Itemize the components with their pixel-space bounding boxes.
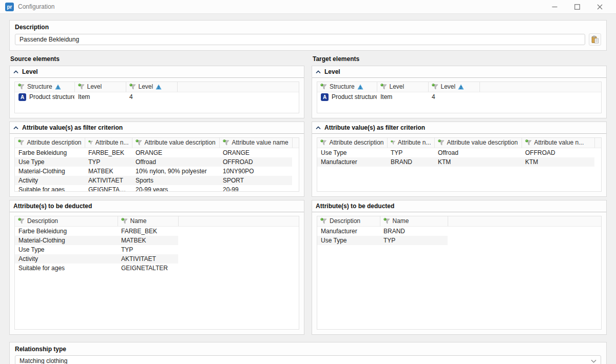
target-level-table: Structure 1 Level Level (317, 82, 601, 102)
filter-icon (380, 84, 387, 90)
svg-text:1: 1 (57, 86, 59, 89)
collapse-chevron-icon (13, 70, 18, 74)
target-elements-title: Target elements (313, 55, 607, 63)
table-row[interactable]: Suitable for agesGEIGNETALTER (15, 264, 299, 273)
relationship-type-label: Relationship type (15, 346, 601, 353)
table-row[interactable]: ManufacturerBRAND (317, 226, 601, 236)
target-deducted-header: Attribute(s) to be deducted (312, 200, 606, 212)
titlebar: pr Configuration (0, 0, 616, 14)
section-title: Attribute(s) to be deducted (316, 203, 394, 210)
sort-ascending-icon: 2 (156, 84, 162, 90)
column-header-structure[interactable]: Structure 1 (317, 82, 377, 92)
relationship-type-select[interactable]: Matching clothing (15, 355, 601, 364)
column-header-level[interactable]: Level (377, 82, 428, 92)
column-header-filler (178, 216, 299, 226)
filter-icon (320, 84, 327, 90)
maximize-button[interactable] (566, 0, 588, 14)
column-header-attribute-value-name[interactable]: Attribute value n... (522, 138, 594, 148)
table-row[interactable]: Farbe BekleidungFARBE_BEK (15, 226, 299, 236)
column-header-attribute-description[interactable]: Attribute description (15, 138, 85, 148)
app-icon: pr (5, 3, 14, 11)
filter-icon (136, 139, 142, 146)
filter-icon (320, 139, 326, 146)
content-area: Description Source elements (0, 14, 616, 364)
target-deducted-table: Description Name ManufacturerB (317, 216, 601, 245)
table-row[interactable]: Use TypeTYP (317, 236, 601, 245)
table-row[interactable]: Use TypeTYP (15, 245, 299, 254)
source-level-section: Level Structure 1 (9, 66, 304, 118)
target-filter-header[interactable]: Attribute value(s) as filter criterion (312, 122, 606, 134)
column-header-description[interactable]: Description (15, 216, 118, 226)
collapse-chevron-icon (316, 70, 321, 74)
column-header-structure[interactable]: Structure 1 (15, 82, 74, 92)
column-header-filler (594, 138, 601, 148)
paste-button[interactable] (589, 33, 601, 46)
window-title: Configuration (18, 3, 54, 10)
target-level-header[interactable]: Level (312, 66, 606, 78)
collapse-chevron-icon (13, 126, 18, 130)
minimize-button[interactable] (543, 0, 566, 14)
table-row[interactable]: Suitable for agesGEIGNETALTER 20-99 year… (15, 185, 299, 192)
filter-icon (223, 139, 229, 146)
table-row[interactable]: ActivityAKTIVITAET SportsSPORT (15, 176, 299, 185)
section-title: Attribute value(s) as filter criterion (22, 124, 123, 131)
table-row[interactable]: ManufacturerBRAND KTMKTM (317, 157, 601, 167)
close-button[interactable] (588, 0, 611, 14)
svg-text:2: 2 (460, 86, 462, 89)
sort-ascending-icon: 1 (357, 84, 363, 90)
target-filter-section: Attribute value(s) as filter criterion A… (312, 122, 607, 197)
table-row[interactable]: Use TypeTYP OffroadOFFROAD (317, 148, 601, 157)
source-deducted-section: Attribute(s) to be deducted Description (9, 200, 304, 335)
filter-icon (320, 218, 327, 224)
column-header-level-number[interactable]: Level 2 (126, 82, 177, 92)
relationship-type-group: Relationship type Matching clothing (9, 342, 607, 364)
column-header-attribute-name[interactable]: Attribute n... (387, 138, 434, 148)
section-title: Attribute value(s) as filter criterion (324, 124, 425, 131)
column-header-name[interactable]: Name (380, 216, 448, 226)
clipboard-icon (591, 35, 599, 44)
column-header-attribute-value-name[interactable]: Attribute value name (219, 138, 292, 148)
svg-text:2: 2 (158, 86, 160, 89)
source-filter-header[interactable]: Attribute value(s) as filter criterion (10, 122, 304, 134)
filter-icon (525, 139, 532, 146)
column-header-level-number[interactable]: Level 2 (428, 82, 479, 92)
table-row[interactable]: Farbe BekleidungFARBE_BEK ORANGEORANGE (15, 148, 299, 157)
filter-icon (18, 139, 24, 146)
filter-icon (438, 139, 445, 146)
table-row[interactable]: A Product structure Item 4 (15, 92, 299, 102)
filter-icon (129, 84, 136, 90)
column-header-description[interactable]: Description (317, 216, 380, 226)
source-deducted-header: Attribute(s) to be deducted (10, 200, 304, 212)
filter-icon (18, 84, 25, 90)
structure-type-icon: A (18, 93, 26, 101)
filter-icon (432, 84, 438, 90)
column-header-attribute-description[interactable]: Attribute description (317, 138, 387, 148)
description-input[interactable] (15, 34, 585, 45)
table-row[interactable]: Use TypeTYP OffroadOFFROAD (15, 157, 299, 167)
filter-icon (391, 139, 395, 146)
table-row[interactable]: Material-ClothingMATBEK (15, 236, 299, 245)
description-group: Description (9, 20, 607, 51)
source-filter-section: Attribute value(s) as filter criterion A… (9, 122, 304, 197)
filter-icon (121, 218, 128, 224)
sort-ascending-icon: 1 (55, 84, 61, 90)
close-icon (597, 4, 603, 10)
target-filter-table: Attribute description Attribute n... Att… (317, 138, 601, 167)
column-header-filler (448, 216, 601, 226)
table-row[interactable]: A Product structure Item 4 (317, 92, 601, 102)
filter-icon (383, 218, 390, 224)
column-header-name[interactable]: Name (118, 216, 178, 226)
filter-icon (18, 218, 25, 224)
column-header-filler (292, 138, 299, 148)
section-title: Attribute(s) to be deducted (13, 203, 92, 210)
column-header-level[interactable]: Level (74, 82, 126, 92)
source-level-header[interactable]: Level (10, 66, 304, 78)
minimize-icon (552, 4, 557, 10)
source-column: Source elements Level Structu (9, 55, 304, 338)
column-header-attribute-name[interactable]: Attribute n... (85, 138, 132, 148)
table-row[interactable]: ActivityAKTIVITAET (15, 254, 299, 264)
column-header-attribute-value-description[interactable]: Attribute value description (434, 138, 522, 148)
table-row[interactable]: Material-ClothingMATBEK 10% nylon, 90% p… (15, 167, 299, 176)
column-header-filler (177, 82, 299, 92)
column-header-attribute-value-description[interactable]: Attribute value description (132, 138, 219, 148)
